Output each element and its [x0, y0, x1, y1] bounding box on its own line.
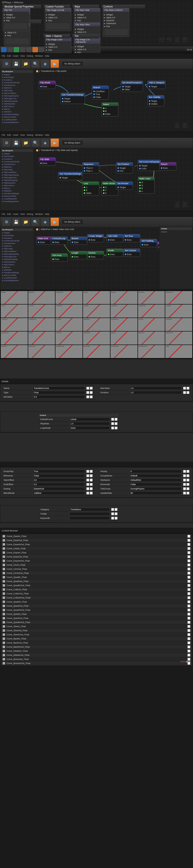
node-pin[interactable]: Y [103, 189, 117, 192]
asset-row[interactable]: Curve_QuartOut_Float [1, 604, 192, 608]
asset-row[interactable]: Curve_QuartInOut_Float [1, 608, 192, 612]
curve-thumbnail[interactable]: ElasticIn [1, 345, 28, 358]
blueprint-node[interactable]: SequenceThen 0Then 1 [82, 162, 99, 173]
checkbox[interactable] [115, 508, 117, 511]
widget-property[interactable]: ▸Widget [4, 13, 28, 16]
menu-item[interactable]: Help [45, 213, 49, 215]
my-blueprint-sidebar[interactable]: My Blueprint▸ Graphs▸ EventGraph▸ Functi… [0, 227, 34, 289]
blueprint-node[interactable]: LerpABAlpha [82, 182, 99, 195]
asset-row[interactable]: Curve_ExpoOut_Float [1, 555, 192, 559]
curve-thumbnail[interactable]: QuadIn [83, 305, 110, 317]
sidebar-item[interactable]: ▸ Functions [1, 79, 33, 81]
property-input[interactable] [129, 487, 182, 490]
checkbox[interactable] [115, 418, 117, 421]
checkbox[interactable] [188, 543, 190, 546]
node-pin[interactable]: A [103, 107, 117, 110]
sidebar-item[interactable]: ▸ Functions [1, 237, 33, 240]
sidebar-item[interactable]: ▸ AnimCurveRef [1, 116, 33, 118]
start-button[interactable] [1, 47, 7, 52]
asset-row[interactable]: Curve_ExpoInOut_Float [1, 559, 192, 563]
widget-property[interactable]: ▸Value 0.0 [5, 31, 29, 34]
widget-property[interactable]: ▸Key [104, 25, 128, 28]
node-pin[interactable]: Exec [88, 239, 103, 241]
node-pin[interactable]: Return [62, 100, 83, 103]
checkbox[interactable] [183, 470, 186, 473]
property-input[interactable] [69, 508, 110, 511]
browse-button[interactable]: 📁 [22, 217, 30, 226]
property-input[interactable] [33, 474, 85, 477]
event-graph[interactable]: ⬤ ƒ TransitionFun > Flip Slide and Opaci… [34, 148, 193, 211]
checkbox[interactable] [183, 492, 186, 495]
asset-row[interactable]: Curve_ElasticIn_Float [1, 649, 192, 653]
blueprint-node[interactable]: LengthExec [70, 251, 87, 259]
checkbox[interactable] [183, 391, 186, 394]
menu-item[interactable]: Window [35, 213, 43, 215]
asset-row[interactable]: Curve_BounceIn_Float [1, 657, 192, 661]
save-button[interactable]: 💾 [12, 217, 21, 226]
sidebar-item[interactable]: ▸ Variables [1, 269, 33, 271]
sidebar-item[interactable]: ▸ AnimCurveRef [1, 195, 33, 197]
checkbox[interactable] [188, 547, 190, 550]
blueprint-node[interactable]: Get TransitionSettingsTarget [58, 172, 83, 180]
checkbox[interactable] [188, 567, 190, 570]
browse-button[interactable]: 📁 [22, 138, 30, 147]
checkbox[interactable] [86, 396, 89, 398]
node-pin[interactable]: Exec [108, 239, 122, 241]
sidebar-item[interactable]: ▸ FlipWipeSlice [1, 261, 33, 263]
sidebar-item[interactable]: ▸ FlipConform [1, 184, 33, 187]
asset-row[interactable]: Curve_QuadIn_Float [1, 575, 192, 579]
checkbox[interactable] [86, 478, 89, 482]
checkbox[interactable] [187, 387, 189, 390]
sidebar-item[interactable]: ▸ Graphs [1, 152, 33, 155]
menu-item[interactable]: File [2, 55, 5, 57]
curve-thumbnail[interactable]: BounceIn [83, 345, 110, 358]
blueprint-node[interactable]: SelectABIndex [102, 102, 118, 117]
node-pin[interactable]: Value [122, 88, 142, 91]
checkbox[interactable] [188, 596, 190, 599]
curve-thumbnail[interactable]: QuartOut [83, 318, 110, 331]
curve-thumbnail[interactable]: CircOut [28, 305, 55, 317]
sidebar-item[interactable]: ▸ FlipColAdj [1, 168, 33, 171]
checkbox[interactable] [90, 483, 93, 486]
node-pin[interactable]: B [103, 110, 117, 113]
node-pin[interactable]: Exec [40, 85, 54, 88]
checkbox[interactable] [187, 478, 189, 482]
checkbox[interactable] [86, 470, 89, 473]
task-icon[interactable] [13, 47, 19, 52]
asset-row[interactable]: Curve_EaseInOut_Float [1, 542, 192, 546]
curve-thumbnail[interactable]: BackInOut [165, 332, 192, 345]
sidebar-item[interactable]: ▸ FlipSlideOpacity [1, 258, 33, 261]
asset-row[interactable]: Curve_ElasticOut_Float [1, 653, 192, 657]
node-pin[interactable]: B [139, 187, 153, 190]
menu-item[interactable]: File [2, 213, 5, 215]
node-pin[interactable]: Condition [93, 90, 107, 93]
sidebar-item[interactable]: ▸ FlipConform [1, 105, 33, 108]
node-pin[interactable]: Target [149, 100, 163, 102]
details-panel[interactable]: Details Search [159, 226, 193, 289]
node-pin[interactable]: Exec [88, 255, 103, 258]
curve-thumbnail[interactable]: QuintInOut [1, 332, 28, 345]
checkbox[interactable] [188, 613, 190, 616]
sidebar-item[interactable]: ▸ FlipImageColor [1, 97, 33, 100]
sidebar-item[interactable]: ▸ EventGraph [1, 76, 33, 79]
node-pin[interactable]: R [139, 181, 153, 184]
save-button[interactable]: 💾 [12, 138, 21, 147]
menu-item[interactable]: Debug [27, 213, 33, 215]
task-icon[interactable] [20, 47, 26, 52]
sidebar-item[interactable]: ▸ ConstructionScript [1, 240, 33, 242]
sidebar-item[interactable]: ▸ FlipImageColor [1, 176, 33, 179]
node-pin[interactable]: Exec [108, 253, 122, 256]
widget-property[interactable]: ▸Key [46, 19, 70, 22]
property-input[interactable] [129, 386, 182, 390]
checkbox[interactable] [188, 539, 190, 542]
asset-row[interactable]: Curve_BounceOut_Float [1, 661, 192, 665]
sidebar-item[interactable]: ▸ FlipImageOpacity [1, 253, 33, 255]
node-pin[interactable]: Target [117, 166, 132, 169]
checkbox[interactable] [188, 621, 190, 624]
node-pin[interactable]: Then 1 [84, 169, 98, 173]
class-button[interactable]: ◈ [41, 138, 50, 147]
checkbox[interactable] [188, 572, 190, 575]
checkbox[interactable] [115, 517, 117, 520]
task-icon[interactable] [7, 47, 13, 52]
node-pin[interactable]: A [84, 186, 98, 189]
